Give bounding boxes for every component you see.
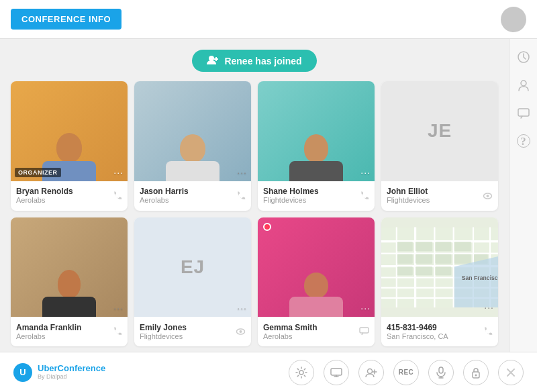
footer-controls: REC [289, 360, 524, 385]
three-dots-jason[interactable]: ··· [237, 168, 247, 177]
eye-icon-john[interactable] [483, 190, 493, 201]
card-info-shane: Shane Holmes Flightdevices [258, 181, 375, 211]
svg-rect-30 [435, 254, 451, 263]
svg-rect-33 [397, 266, 413, 275]
svg-rect-21 [453, 227, 454, 307]
brand-name: UberConference [38, 364, 105, 373]
card-info-john: John Elliot Flightdevices [381, 181, 498, 211]
card-photo-shane: ··· [258, 81, 375, 181]
participant-card-emily[interactable]: EJ ··· Emily Jones Flightdevices [134, 217, 251, 347]
participant-name-jason: Jason Harris [140, 187, 189, 196]
phone-icon-bryan[interactable] [113, 190, 122, 201]
svg-rect-38 [331, 369, 342, 375]
svg-rect-44 [439, 367, 443, 373]
svg-text:San Francisco: San Francisco [462, 274, 498, 281]
participant-org-amanda: Aerolabs [16, 332, 81, 340]
three-dots-shane[interactable]: ··· [360, 168, 371, 177]
phone-icon-amanda[interactable] [113, 326, 122, 337]
three-dots-bryan[interactable]: ··· [113, 168, 124, 177]
close-button[interactable] [498, 360, 524, 385]
avatar-initials-emily: EJ [181, 256, 205, 278]
participant-name-location: 415-831-9469 [387, 323, 448, 332]
participant-card-jason[interactable]: ··· Jason Harris Aerolabs [134, 81, 251, 211]
participant-name-bryan: Bryan Renolds [16, 187, 73, 196]
clock-icon[interactable] [516, 50, 531, 64]
phone-icon-location[interactable] [483, 326, 493, 337]
participant-org-shane: Flightdevices [263, 196, 319, 204]
person-icon[interactable] [516, 78, 531, 93]
record-button[interactable]: REC [393, 360, 419, 385]
lock-button[interactable] [463, 360, 489, 385]
card-info-emily: Emily Jones Flightdevices [134, 317, 251, 346]
card-photo-emily: EJ ··· [134, 217, 251, 317]
phone-icon-shane[interactable] [360, 190, 369, 201]
svg-rect-26 [435, 242, 451, 251]
svg-rect-27 [454, 242, 471, 251]
avatar[interactable] [501, 7, 526, 32]
right-sidebar: ? [509, 39, 537, 352]
participant-card-john[interactable]: JE John Elliot Flightdevices [381, 81, 498, 211]
svg-point-48 [475, 374, 477, 376]
mute-button[interactable] [428, 360, 454, 385]
svg-rect-24 [397, 242, 413, 251]
brand: U UberConference By Dialpad [13, 363, 105, 382]
participant-card-gemma[interactable]: ··· Gemma Smith Aerolabs [258, 217, 375, 347]
card-photo-amanda: ··· [11, 217, 128, 317]
participant-org-jason: Aerolabs [140, 196, 189, 204]
svg-rect-10 [360, 328, 369, 333]
three-dots-emily[interactable]: ··· [237, 303, 247, 313]
participant-name-gemma: Gemma Smith [263, 323, 318, 332]
participant-card-amanda[interactable]: ··· Amanda Franklin Aerolabs [11, 217, 128, 347]
footer: U UberConference By Dialpad [0, 352, 537, 392]
card-info-gemma: Gemma Smith Aerolabs [258, 317, 375, 346]
brand-text: UberConference By Dialpad [38, 364, 105, 380]
svg-rect-25 [416, 242, 432, 251]
svg-rect-2 [518, 109, 529, 116]
participant-org-location: San Francisco, CA [387, 332, 448, 340]
card-photo-john: JE [381, 81, 498, 181]
participant-card-location[interactable]: San Francisco ··· 415-831-9469 San Franc… [381, 217, 498, 347]
phone-icon-jason[interactable] [236, 190, 246, 201]
svg-point-7 [487, 195, 489, 197]
help-icon[interactable]: ? [517, 134, 530, 148]
conference-info-button[interactable]: CONFERENCE INFO [11, 9, 121, 30]
participant-org-john: Flightdevices [387, 196, 430, 204]
svg-rect-13 [381, 252, 498, 254]
svg-rect-18 [396, 227, 397, 307]
participant-name-emily: Emily Jones [140, 323, 187, 332]
active-indicator-gemma [263, 223, 271, 231]
participant-name-shane: Shane Holmes [263, 187, 319, 196]
participant-card-shane[interactable]: ··· Shane Holmes Flightdevices [258, 81, 375, 211]
card-photo-gemma: ··· [258, 217, 375, 317]
svg-rect-34 [416, 266, 432, 275]
card-photo-jason: ··· [134, 81, 251, 181]
three-dots-gemma[interactable]: ··· [360, 303, 371, 313]
svg-point-3 [209, 56, 214, 61]
rec-label: REC [399, 369, 414, 376]
svg-rect-20 [434, 227, 435, 307]
main-content: Renee has joined ORGANIZER ··· Bryan Ren… [0, 39, 509, 352]
eye-icon-emily[interactable] [236, 326, 246, 337]
settings-button[interactable] [289, 360, 314, 385]
svg-point-37 [299, 371, 303, 375]
avatar-initials-john: JE [428, 120, 452, 142]
card-photo-bryan: ORGANIZER ··· [11, 81, 128, 181]
header: CONFERENCE INFO [0, 0, 537, 39]
participant-card-bryan[interactable]: ORGANIZER ··· Bryan Renolds Aerolabs [11, 81, 128, 211]
add-user-button[interactable] [358, 360, 384, 385]
three-dots-amanda[interactable]: ··· [113, 303, 124, 313]
screen-share-button[interactable] [324, 360, 349, 385]
svg-rect-28 [397, 254, 413, 263]
card-info-jason: Jason Harris Aerolabs [134, 181, 251, 211]
card-info-location: 415-831-9469 San Francisco, CA [381, 317, 498, 346]
brand-initial: U [19, 367, 26, 377]
participants-grid: ORGANIZER ··· Bryan Renolds Aerolabs [11, 81, 498, 346]
notification-text: Renee has joined [224, 56, 301, 66]
participant-name-john: John Elliot [387, 187, 430, 196]
user-join-icon [207, 55, 219, 66]
card-info-bryan: Bryan Renolds Aerolabs [11, 181, 128, 211]
message-icon-gemma[interactable] [359, 326, 369, 337]
participant-org-bryan: Aerolabs [16, 196, 73, 204]
svg-point-9 [240, 330, 242, 333]
chat-icon[interactable] [516, 106, 531, 121]
